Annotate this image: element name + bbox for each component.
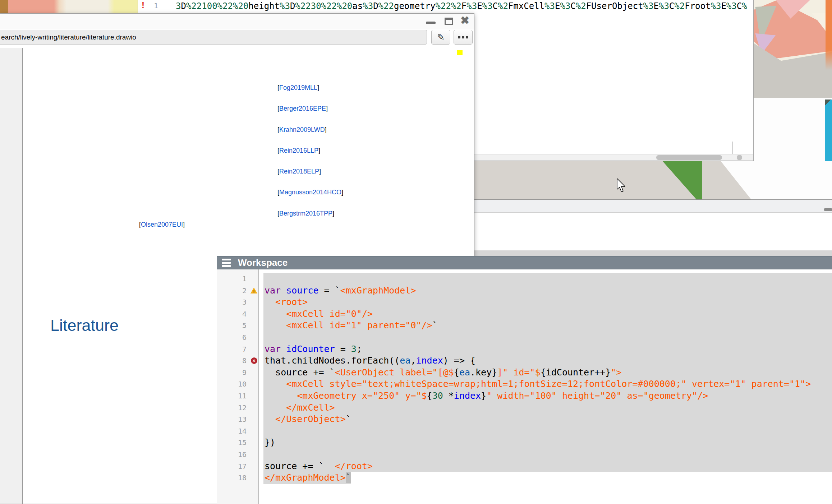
code-line[interactable]: }) — [260, 437, 832, 449]
citation-label[interactable]: [Olsen2007EUI] — [139, 221, 185, 228]
code-line-row[interactable]: 10 <mxCell style="text;whiteSpace=wrap;h… — [217, 378, 832, 390]
close-icon[interactable]: ✖ — [460, 14, 469, 27]
minimize-icon[interactable] — [426, 22, 436, 24]
code-line-row[interactable]: 15}) — [217, 437, 832, 449]
gutter-icon-slot — [248, 355, 260, 367]
code-token: var — [265, 344, 281, 354]
code-line-row[interactable]: 13 </UserObject>` — [217, 413, 832, 425]
code-line[interactable] — [260, 449, 832, 461]
citation-label[interactable]: [Bergstrm2016TPP] — [277, 210, 343, 217]
citation-text: Rein2018ELP — [279, 168, 319, 175]
code-token: = ` — [319, 285, 340, 296]
citation-label[interactable]: [Berger2016EPE] — [277, 105, 343, 112]
line-number: 8 — [217, 355, 248, 367]
code-token: height — [248, 1, 280, 11]
horizontal-scrollbar-thumb[interactable] — [656, 155, 722, 160]
line-number: 5 — [217, 320, 248, 332]
code-token: 30 — [432, 390, 443, 401]
code-line-row[interactable]: 17source += ` </root> — [217, 461, 832, 472]
code-line-row[interactable]: 11 <mxGeometry x="250" y="${30 *index}" … — [217, 390, 832, 402]
selection-highlight: <mxCell id="1" parent="0"/>` — [263, 320, 832, 332]
code-line[interactable]: <mxCell id="1" parent="0"/>` — [260, 320, 832, 332]
code-token: %3 — [643, 1, 654, 11]
citation-label[interactable]: [Fog2019MLL] — [277, 84, 343, 92]
code-token: ea — [459, 367, 470, 378]
edit-button[interactable]: ✎ — [431, 30, 450, 45]
code-line[interactable]: </UserObject>` — [260, 413, 832, 425]
citation-label[interactable]: [Rein2018ELP] — [277, 168, 343, 175]
citation-list: [Fog2019MLL][Berger2016EPE][Krahn2009LWD… — [277, 84, 343, 231]
code-line[interactable]: var source = `<mxGraphModel> — [260, 285, 832, 297]
hamburger-menu-icon[interactable] — [222, 259, 231, 267]
gutter-icon-slot — [248, 461, 260, 472]
code-line[interactable]: <mxCell style="text;whiteSpace=wrap;html… — [260, 378, 832, 390]
code-line-row[interactable]: 3 <root> — [217, 296, 832, 308]
code-line-row[interactable]: 18</mxGraphModel>` — [217, 472, 832, 484]
code-line[interactable]: var idCounter = 3; — [260, 343, 832, 355]
gutter-icon-slot — [248, 472, 260, 484]
window-titlebar[interactable] — [0, 14, 474, 29]
code-token: D — [373, 1, 378, 11]
code-line[interactable]: </mxGraphModel>` — [260, 472, 832, 484]
citation-text: ] — [319, 168, 321, 175]
code-line[interactable] — [260, 332, 832, 343]
encoded-code-line[interactable]: 3D%22100%22%20height%3D%2230%22%20as%3D%… — [176, 1, 747, 11]
code-line-row[interactable]: 16 — [217, 449, 832, 461]
diagram-heading[interactable]: Literature — [50, 316, 119, 335]
selection-highlight: </UserObject>` — [263, 413, 832, 425]
code-token: %3 — [560, 1, 570, 11]
citation-text: Berger2016EPE — [279, 105, 326, 112]
citation-label[interactable]: [Rein2016LLP] — [277, 147, 343, 154]
selection-highlight: <root> — [263, 296, 832, 308]
code-token: ) => { — [443, 355, 475, 366]
citation-label[interactable]: [Krahn2009LWD] — [277, 126, 343, 134]
code-line-row[interactable]: 7var idCounter = 3; — [217, 343, 832, 355]
line-number: 14 — [217, 425, 248, 437]
code-token: geometry — [394, 1, 436, 11]
code-token: source += ` — [265, 367, 335, 378]
code-line-row[interactable]: 5 <mxCell id="1" parent="0"/>` — [217, 320, 832, 332]
code-line-row[interactable]: 8that.childNodes.forEach((ea,index) => { — [217, 355, 832, 367]
code-token — [281, 285, 286, 296]
code-line-row[interactable]: 12 </mxCell> — [217, 402, 832, 414]
code-line[interactable] — [260, 425, 832, 437]
code-token: that.childNodes.forEach(( — [265, 355, 400, 366]
line-number: 12 — [217, 402, 248, 414]
code-line[interactable]: source += ` </root> — [260, 461, 832, 472]
code-line-row[interactable]: 2var source = `<mxGraphModel> — [217, 285, 832, 297]
code-token: %3 — [726, 1, 737, 11]
gutter-icon-slot — [248, 378, 260, 390]
code-token: {idCounter++} — [541, 367, 611, 378]
code-line[interactable]: </mxCell> — [260, 402, 832, 414]
code-line-row[interactable]: 6 — [217, 332, 832, 343]
code-line-row[interactable]: 9 source += `<UserObject label="[@${ea.k… — [217, 367, 832, 379]
code-line[interactable]: that.childNodes.forEach((ea,index) => { — [260, 355, 832, 367]
line-number: 4 — [217, 308, 248, 320]
panel-resize-handle[interactable] — [824, 208, 832, 211]
code-line[interactable]: source += `<UserObject label="[@${ea.key… — [260, 367, 832, 379]
code-line-row[interactable]: 4 <mxCell id="0"/> — [217, 308, 832, 320]
error-marker-icon: ! — [142, 0, 144, 10]
code-token: %3 — [544, 1, 555, 11]
citation-label[interactable]: [Magnusson2014HCO] — [277, 189, 343, 196]
left-panel — [0, 48, 23, 504]
code-line-row[interactable]: 1 — [217, 273, 832, 285]
selection-highlight: <mxGeometry x="250" y="${30 *index}" wid… — [263, 390, 832, 402]
code-line-row[interactable]: 14 — [217, 425, 832, 437]
line-number: 13 — [217, 413, 248, 425]
code-line[interactable]: <mxGeometry x="250" y="${30 *index}" wid… — [260, 390, 832, 402]
workspace-titlebar[interactable] — [217, 256, 832, 269]
code-line[interactable]: <root> — [260, 296, 832, 308]
citation-text: ] — [317, 84, 319, 91]
line-number: 16 — [217, 449, 248, 461]
file-path-input[interactable]: earch/lively-writing/literature/literatu… — [0, 30, 427, 45]
horizontal-scrollbar-thumb[interactable] — [737, 155, 742, 160]
maximize-icon[interactable] — [445, 18, 453, 25]
code-line[interactable] — [260, 273, 832, 285]
code-rows[interactable]: 12var source = `<mxGraphModel>3 <root>4 … — [217, 273, 832, 484]
line-number: 1 — [217, 273, 248, 285]
code-line[interactable]: <mxCell id="0"/> — [260, 308, 832, 320]
more-options-button[interactable] — [454, 30, 473, 45]
wallpaper-top-left — [0, 0, 138, 13]
warning-icon — [250, 287, 258, 293]
